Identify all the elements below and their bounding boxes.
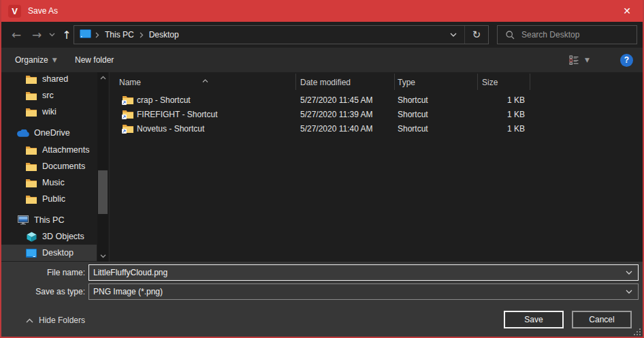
column-header-name[interactable]: Name xyxy=(119,72,141,91)
file-name-label: File name: xyxy=(1,268,85,277)
folder-icon xyxy=(25,75,38,84)
sidebar-item-public[interactable]: Public xyxy=(1,191,97,207)
sidebar-item-src[interactable]: src xyxy=(1,87,97,104)
organize-label: Organize xyxy=(15,55,48,65)
help-button[interactable]: ? xyxy=(620,48,633,72)
file-row-firefight-shortcut[interactable]: FIREFIGHT - Shortcut 5/27/2020 11:39 AM … xyxy=(110,107,643,121)
sidebar-item-label: This PC xyxy=(34,215,64,225)
history-chevron-icon[interactable] xyxy=(46,22,57,48)
search-box[interactable] xyxy=(497,25,637,44)
column-header-date-modified[interactable]: Date modified xyxy=(300,72,351,91)
new-folder-button[interactable]: New folder xyxy=(75,48,114,72)
file-name: crap - Shortcut xyxy=(137,93,191,107)
sidebar-item-label: Desktop xyxy=(42,248,74,258)
window-title: Save As xyxy=(28,6,58,16)
sidebar-item-label: 3D Objects xyxy=(42,232,84,241)
sidebar-item-3d-objects[interactable]: 3D Objects xyxy=(1,228,97,245)
up-icon[interactable]: ↑ xyxy=(59,22,75,48)
column-label: Name xyxy=(119,78,141,87)
titlebar: V Save As ✕ xyxy=(1,0,643,22)
hide-folders-button[interactable]: Hide Folders xyxy=(26,312,85,328)
sidebar-item-attachments[interactable]: Attachments xyxy=(1,142,97,158)
column-header-size[interactable]: Size xyxy=(482,72,498,91)
back-icon[interactable]: ← xyxy=(7,22,26,48)
search-input[interactable] xyxy=(521,30,624,40)
new-folder-label: New folder xyxy=(75,55,114,65)
search-icon xyxy=(506,31,515,40)
save-button[interactable]: Save xyxy=(504,311,564,328)
save-label: Save xyxy=(524,315,543,324)
3d-cube-icon xyxy=(25,232,38,242)
address-dropdown-chevron-icon[interactable] xyxy=(442,26,464,44)
help-icon: ? xyxy=(620,54,633,67)
forward-icon[interactable]: → xyxy=(27,22,46,48)
sidebar-scrollbar[interactable] xyxy=(97,72,108,262)
footer-panel: File name: Save as type: PNG Image (*.pn… xyxy=(1,262,643,337)
scrollbar-thumb[interactable] xyxy=(98,170,108,214)
folder-icon xyxy=(25,108,38,117)
file-size: 1 KB xyxy=(477,121,525,136)
file-type: Shortcut xyxy=(398,107,428,121)
save-as-dialog: V Save As ✕ ← → ↑ This PC Desktop xyxy=(0,0,644,338)
column-divider[interactable] xyxy=(295,74,296,90)
file-name-input[interactable] xyxy=(89,268,620,277)
breadcrumb-this-pc[interactable]: This PC xyxy=(103,30,135,40)
help-glyph: ? xyxy=(624,55,629,65)
organize-dropdown-icon: ▼ xyxy=(52,57,57,63)
breadcrumb-desktop[interactable]: Desktop xyxy=(148,30,180,40)
sidebar-item-shared[interactable]: shared xyxy=(1,72,97,87)
breadcrumb-chevron-icon xyxy=(95,32,99,38)
folder-icon xyxy=(25,195,38,204)
file-date-modified: 5/27/2020 11:45 AM xyxy=(300,93,373,107)
this-pc-icon xyxy=(80,29,91,41)
folder-icon xyxy=(25,179,38,187)
close-icon[interactable]: ✕ xyxy=(611,0,643,22)
column-divider[interactable] xyxy=(394,74,395,90)
file-name-dropdown-icon[interactable] xyxy=(620,271,638,275)
file-date-modified: 5/27/2020 11:40 AM xyxy=(300,121,373,136)
save-as-type-select[interactable]: PNG Image (*.png) xyxy=(88,283,639,300)
sidebar-item-desktop[interactable]: Desktop xyxy=(1,245,97,261)
column-divider[interactable] xyxy=(477,74,478,90)
cancel-label: Cancel xyxy=(589,315,614,324)
folder-icon xyxy=(25,162,38,171)
folder-tree-sidebar: shared src wiki OneDrive Attachments Doc… xyxy=(1,72,97,262)
sidebar-item-label: Music xyxy=(42,178,65,187)
column-label: Size xyxy=(482,78,498,87)
sidebar-item-label: Documents xyxy=(42,162,85,171)
sidebar-item-onedrive[interactable]: OneDrive xyxy=(1,125,97,141)
sidebar-item-documents[interactable]: Documents xyxy=(1,158,97,174)
sidebar-item-label: Public xyxy=(42,194,65,204)
cancel-button[interactable]: Cancel xyxy=(572,311,632,328)
file-size: 1 KB xyxy=(477,107,525,121)
logo-letter: V xyxy=(12,6,18,16)
sort-ascending-icon xyxy=(202,73,208,85)
file-rows: crap - Shortcut 5/27/2020 11:45 AM Short… xyxy=(110,93,643,136)
scroll-down-icon[interactable] xyxy=(97,251,108,262)
file-list: Name Date modified Type Size crap - Shor… xyxy=(109,72,643,262)
scroll-up-icon[interactable] xyxy=(97,72,108,83)
file-row-novetus-shortcut[interactable]: Novetus - Shortcut 5/27/2020 11:40 AM Sh… xyxy=(110,121,643,136)
toolbar: Organize ▼ New folder ▼ ? xyxy=(1,48,643,72)
view-options-button[interactable]: ▼ xyxy=(569,48,590,72)
file-row-crap-shortcut[interactable]: crap - Shortcut 5/27/2020 11:45 AM Short… xyxy=(110,93,643,107)
address-bar[interactable]: This PC Desktop ↻ xyxy=(74,25,489,44)
resize-grip[interactable] xyxy=(634,328,641,335)
refresh-icon[interactable]: ↻ xyxy=(465,26,488,44)
breadcrumb-chevron-icon xyxy=(140,32,144,38)
sidebar-item-wiki[interactable]: wiki xyxy=(1,104,97,120)
column-header-type[interactable]: Type xyxy=(398,72,415,91)
organize-button[interactable]: Organize ▼ xyxy=(15,48,57,72)
desktop-icon xyxy=(25,249,38,258)
column-divider[interactable] xyxy=(530,74,530,90)
folder-icon xyxy=(25,91,38,100)
column-label: Date modified xyxy=(300,78,351,87)
file-type: Shortcut xyxy=(398,121,428,136)
save-as-type-dropdown-icon xyxy=(620,290,638,294)
sidebar-item-music[interactable]: Music xyxy=(1,174,97,191)
view-dropdown-icon: ▼ xyxy=(585,57,590,63)
sidebar-item-this-pc[interactable]: This PC xyxy=(1,212,97,228)
navigation-bar: ← → ↑ This PC Desktop ↻ xyxy=(1,22,643,48)
folder-shortcut-icon xyxy=(123,93,133,107)
computer-icon xyxy=(16,215,30,225)
